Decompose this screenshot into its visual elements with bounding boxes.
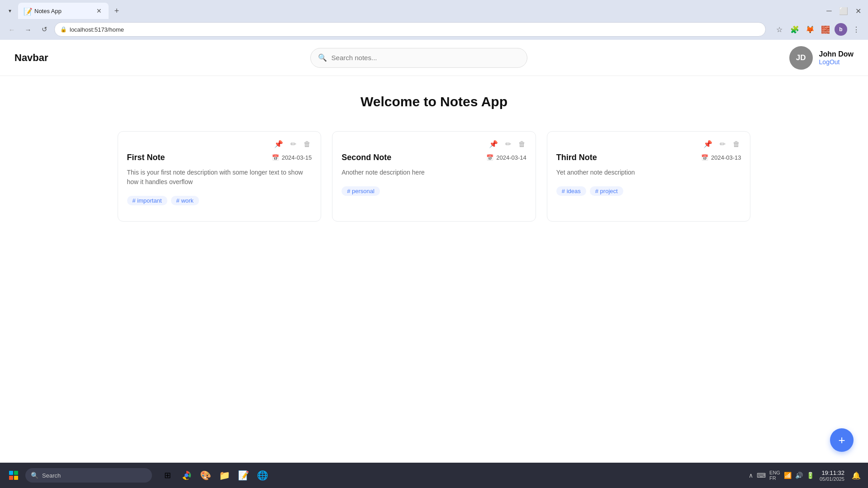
profile-button[interactable]: b — [835, 23, 847, 36]
tab-favicon: 📝 — [24, 7, 31, 14]
calendar-icon: 📅 — [272, 154, 279, 161]
note-date: 📅 2024-03-13 — [701, 154, 741, 161]
refresh-button[interactable]: ↺ — [38, 23, 51, 36]
note-card: 📌 ✏ 🗑 First Note 📅 2024-03-15 This is yo… — [118, 131, 322, 222]
browser-controls: ← → ↺ 🔒 localhost:5173/home ☆ 🧩 🦊 🧱 b ⋮ — [0, 19, 868, 40]
close-window-button[interactable]: ✕ — [852, 5, 864, 17]
browser-chrome: ▾ 📝 Notes App ✕ + ─ ⬜ ✕ ← → ↺ 🔒 localhos… — [0, 0, 868, 40]
search-container: 🔍 — [48, 48, 789, 68]
note-tag[interactable]: # project — [590, 186, 623, 196]
page-title: Welcome to Notes App — [14, 94, 854, 109]
tab-dropdown-button[interactable]: ▾ — [4, 5, 16, 17]
active-tab[interactable]: 📝 Notes App ✕ — [18, 3, 109, 19]
note-date: 📅 2024-03-14 — [486, 154, 526, 161]
avatar: JD — [789, 46, 813, 70]
menu-button[interactable]: ⋮ — [850, 23, 863, 36]
note-header: Second Note 📅 2024-03-14 — [342, 153, 526, 162]
edit-button[interactable]: ✏ — [719, 139, 726, 149]
navbar-brand: Navbar — [14, 52, 48, 64]
new-tab-button[interactable]: + — [110, 5, 123, 17]
delete-button[interactable]: 🗑 — [517, 139, 526, 149]
edit-button[interactable]: ✏ — [504, 139, 512, 149]
note-title: First Note — [127, 153, 165, 162]
back-button[interactable]: ← — [5, 23, 18, 36]
address-bar[interactable]: 🔒 localhost:5173/home — [54, 22, 766, 37]
extension2-button[interactable]: 🦊 — [804, 23, 816, 36]
note-description: Another note description here — [342, 168, 526, 177]
note-title: Second Note — [342, 153, 391, 162]
edit-button[interactable]: ✏ — [289, 139, 297, 149]
url-display: localhost:5173/home — [70, 26, 124, 33]
extension1-button[interactable]: 🧩 — [788, 23, 801, 36]
note-date: 📅 2024-03-15 — [272, 154, 312, 161]
delete-button[interactable]: 🗑 — [732, 139, 741, 149]
note-tags: # personal — [342, 186, 526, 196]
extensions-button[interactable]: 🧱 — [819, 23, 832, 36]
tab-bar: ▾ 📝 Notes App ✕ + ─ ⬜ ✕ — [0, 0, 868, 19]
notes-grid: 📌 ✏ 🗑 First Note 📅 2024-03-15 This is yo… — [118, 131, 751, 222]
secure-icon: 🔒 — [60, 26, 67, 33]
note-tags: # ideas# project — [556, 186, 741, 196]
note-description: Yet another note description — [556, 168, 741, 177]
minimize-button[interactable]: ─ — [823, 5, 835, 17]
note-tag[interactable]: # ideas — [556, 186, 586, 196]
user-name: John Dow — [819, 50, 854, 58]
logout-button[interactable]: LogOut — [819, 58, 854, 66]
add-note-fab[interactable]: + — [830, 428, 854, 452]
note-tag[interactable]: # important — [127, 196, 167, 205]
note-card: 📌 ✏ 🗑 Third Note 📅 2024-03-13 Yet anothe… — [547, 131, 751, 222]
user-info: John Dow LogOut — [819, 50, 854, 66]
tab-title: Notes App — [34, 8, 91, 14]
note-title: Third Note — [556, 153, 597, 162]
browser-actions: ☆ 🧩 🦊 🧱 b ⋮ — [773, 23, 863, 36]
pin-button[interactable]: 📌 — [273, 139, 284, 149]
delete-button[interactable]: 🗑 — [303, 139, 312, 149]
calendar-icon: 📅 — [701, 154, 708, 161]
pin-button[interactable]: 📌 — [702, 139, 713, 149]
user-section: JD John Dow LogOut — [789, 46, 854, 70]
calendar-icon: 📅 — [486, 154, 493, 161]
search-input[interactable] — [332, 54, 520, 62]
search-icon: 🔍 — [318, 53, 327, 62]
note-header: Third Note 📅 2024-03-13 — [556, 153, 741, 162]
note-tag[interactable]: # work — [171, 196, 199, 205]
note-tags: # important# work — [127, 196, 312, 205]
search-box[interactable]: 🔍 — [310, 48, 527, 68]
pin-button[interactable]: 📌 — [488, 139, 499, 149]
note-actions: 📌 ✏ 🗑 — [342, 139, 526, 149]
maximize-button[interactable]: ⬜ — [837, 5, 850, 17]
note-actions: 📌 ✏ 🗑 — [556, 139, 741, 149]
tab-close-button[interactable]: ✕ — [95, 7, 103, 15]
note-card: 📌 ✏ 🗑 Second Note 📅 2024-03-14 Another n… — [332, 131, 536, 222]
navbar: Navbar 🔍 JD John Dow LogOut — [0, 40, 868, 76]
forward-button[interactable]: → — [22, 23, 34, 36]
window-controls: ─ ⬜ ✕ — [823, 5, 864, 17]
main-content: Welcome to Notes App 📌 ✏ 🗑 First Note 📅 … — [0, 76, 868, 240]
note-description: This is your first note description with… — [127, 168, 312, 187]
note-header: First Note 📅 2024-03-15 — [127, 153, 312, 162]
app-content: Navbar 🔍 JD John Dow LogOut Welcome to N… — [0, 40, 868, 463]
note-tag[interactable]: # personal — [342, 186, 380, 196]
note-actions: 📌 ✏ 🗑 — [127, 139, 312, 149]
bookmark-button[interactable]: ☆ — [773, 23, 786, 36]
